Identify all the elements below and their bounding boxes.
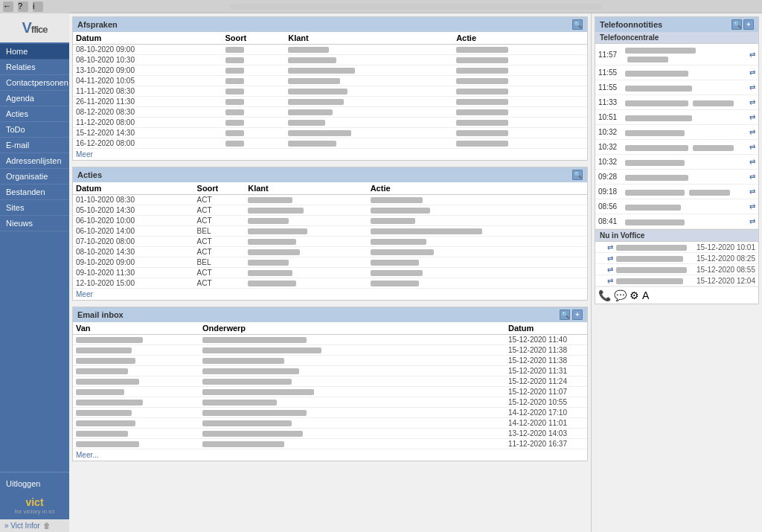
list-item[interactable]: 10:32 ⇄: [595, 155, 758, 170]
table-row[interactable]: 08-12-2020 08:30: [73, 107, 587, 118]
email-meer[interactable]: Meer...: [73, 449, 587, 461]
phone-icon[interactable]: 📞: [598, 289, 611, 301]
acties-search-icon[interactable]: 🔍: [572, 170, 583, 180]
list-item[interactable]: 09:28 ⇄: [595, 170, 758, 185]
list-item[interactable]: ⇄ 15-12-2020 12:04: [595, 275, 758, 286]
tel-arrow-icon[interactable]: ⇄: [743, 173, 755, 181]
table-row[interactable]: 04-11-2020 10:05: [73, 76, 587, 86]
email-cell-van: [73, 429, 199, 439]
tel-arrow-icon[interactable]: ⇄: [743, 51, 755, 59]
table-row[interactable]: 11-12-2020 16:37: [73, 439, 587, 449]
list-item[interactable]: ⇄ 15-12-2020 08:25: [595, 253, 758, 264]
list-item[interactable]: 08:41 ⇄: [595, 214, 758, 229]
acties-cell-soort: ACT: [194, 205, 246, 216]
table-row[interactable]: 08-10-2020 10:30: [73, 55, 587, 65]
email-search-icon[interactable]: 🔍: [560, 310, 570, 320]
table-row[interactable]: 26-11-2020 11:30: [73, 97, 587, 107]
tel-arrow-icon[interactable]: ⇄: [743, 128, 755, 136]
telefoonnotities-add-icon[interactable]: +: [743, 19, 754, 30]
sidebar-item-agenda[interactable]: Agenda: [0, 91, 69, 106]
sidebar-item-acties[interactable]: Acties: [0, 106, 69, 122]
acties-cell-actie: [368, 205, 587, 216]
email-add-icon[interactable]: +: [572, 310, 583, 320]
list-item[interactable]: ⇄ 15-12-2020 08:55: [595, 264, 758, 275]
afspraken-search-icon[interactable]: 🔍: [572, 19, 583, 30]
window-control-info[interactable]: i: [33, 1, 43, 12]
list-item[interactable]: 11:57 ⇄: [595, 44, 758, 65]
nu-arrow-icon[interactable]: ⇄: [598, 254, 613, 263]
table-row[interactable]: 12-10-2020 15:00 ACT: [73, 278, 587, 289]
vict-tagline: for victory in ict: [4, 508, 65, 515]
table-row[interactable]: 08-10-2020 09:00: [73, 45, 587, 55]
footer-trash-icon[interactable]: 🗑: [43, 522, 51, 530]
table-row[interactable]: 15-12-2020 11:24: [73, 376, 587, 387]
table-row[interactable]: 06-10-2020 14:00 BEL: [73, 226, 587, 237]
list-item[interactable]: 11:33 ⇄: [595, 95, 758, 110]
nu-arrow-icon[interactable]: ⇄: [598, 277, 613, 285]
nu-arrow-icon[interactable]: ⇄: [598, 266, 613, 274]
tel-arrow-icon[interactable]: ⇄: [743, 113, 755, 121]
nu-arrow-icon[interactable]: ⇄: [598, 243, 613, 251]
footer-vict-infor[interactable]: » Vict Infor: [4, 522, 40, 530]
tel-arrow-icon[interactable]: ⇄: [743, 143, 755, 151]
list-item[interactable]: 08:56 ⇄: [595, 199, 758, 214]
sidebar-item-bestanden[interactable]: Bestanden: [0, 185, 69, 200]
tel-arrow-icon[interactable]: ⇄: [743, 98, 755, 106]
sidebar-item-organisatie[interactable]: Organisatie: [0, 169, 69, 185]
sidebar-item-todo[interactable]: ToDo: [0, 122, 69, 138]
table-row[interactable]: 14-12-2020 11:01: [73, 418, 587, 429]
table-row[interactable]: 06-10-2020 10:00 ACT: [73, 216, 587, 226]
sidebar-item-nieuws[interactable]: Nieuws: [0, 216, 69, 231]
list-item[interactable]: 09:18 ⇄: [595, 185, 758, 199]
tel-arrow-icon[interactable]: ⇄: [743, 217, 755, 225]
sidebar-item-adressenlijsten[interactable]: Adressenlijsten: [0, 153, 69, 169]
table-row[interactable]: 09-10-2020 11:30 ACT: [73, 268, 587, 278]
list-item[interactable]: 11:55 ⇄: [595, 65, 758, 80]
logout-button[interactable]: Uitloggen: [4, 477, 65, 490]
table-row[interactable]: 15-12-2020 11:07: [73, 387, 587, 397]
table-row[interactable]: 15-12-2020 11:38: [73, 345, 587, 356]
table-row[interactable]: 13-12-2020 14:03: [73, 429, 587, 439]
telefoonnotities-search-icon[interactable]: 🔍: [731, 19, 742, 30]
table-row[interactable]: 16-12-2020 08:00: [73, 138, 587, 149]
table-row[interactable]: 15-12-2020 11:31: [73, 366, 587, 376]
sidebar-item-home[interactable]: Home: [0, 44, 69, 60]
table-row[interactable]: 13-10-2020 09:00: [73, 65, 587, 76]
list-item[interactable]: ⇄ 15-12-2020 10:01: [595, 242, 758, 253]
tel-arrow-icon[interactable]: ⇄: [743, 158, 755, 166]
table-row[interactable]: 15-12-2020 14:30: [73, 128, 587, 138]
table-row[interactable]: 05-10-2020 14:30 ACT: [73, 205, 587, 216]
table-row[interactable]: 11-11-2020 08:30: [73, 86, 587, 97]
table-row[interactable]: 07-10-2020 08:00 ACT: [73, 237, 587, 247]
table-row[interactable]: 14-12-2020 17:10: [73, 408, 587, 418]
tel-arrow-icon[interactable]: ⇄: [743, 83, 755, 92]
table-row[interactable]: 15-12-2020 11:40: [73, 335, 587, 345]
sidebar-item-sites[interactable]: Sites: [0, 200, 69, 216]
message-icon[interactable]: 💬: [614, 289, 627, 301]
tel-arrow-icon[interactable]: ⇄: [743, 68, 755, 77]
table-row[interactable]: 09-10-2020 09:00 BEL: [73, 257, 587, 268]
settings-icon[interactable]: ⚙: [630, 289, 639, 301]
sidebar-item-relaties[interactable]: Relaties: [0, 60, 69, 75]
list-item[interactable]: 10:32 ⇄: [595, 140, 758, 155]
acties-cell-klant: [245, 247, 367, 257]
tel-arrow-icon[interactable]: ⇄: [743, 188, 755, 196]
window-control-back[interactable]: ←: [3, 1, 13, 12]
list-item[interactable]: 10:32 ⇄: [595, 125, 758, 140]
afspraken-meer[interactable]: Meer: [73, 149, 587, 160]
window-control-help[interactable]: ?: [18, 1, 28, 12]
tel-arrow-icon[interactable]: ⇄: [743, 202, 755, 211]
table-row[interactable]: 01-10-2020 08:30 ACT: [73, 195, 587, 205]
sidebar-item-email[interactable]: E-mail: [0, 138, 69, 153]
list-item[interactable]: 10:51 ⇄: [595, 110, 758, 125]
font-icon[interactable]: A: [642, 289, 649, 301]
list-item[interactable]: 11:55 ⇄: [595, 80, 758, 95]
telefooncentrale-header: Telefooncentrale: [595, 32, 758, 44]
acties-meer[interactable]: Meer: [73, 289, 587, 300]
table-row[interactable]: 15-12-2020 10:55: [73, 397, 587, 408]
table-row[interactable]: 08-10-2020 14:30 ACT: [73, 247, 587, 257]
email-cell-van: [73, 335, 199, 345]
table-row[interactable]: 11-12-2020 08:00: [73, 118, 587, 128]
table-row[interactable]: 15-12-2020 11:38: [73, 356, 587, 366]
sidebar-item-contactpersonen[interactable]: Contactpersonen: [0, 75, 69, 91]
